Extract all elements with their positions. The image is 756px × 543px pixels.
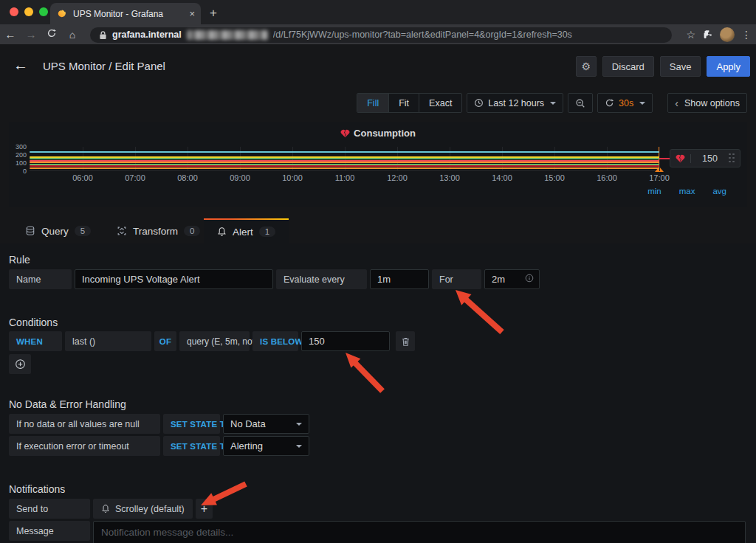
discard-button[interactable]: Discard (602, 56, 654, 77)
save-button[interactable]: Save (660, 56, 701, 77)
tab-transform[interactable]: Transform 0 (103, 218, 213, 243)
error-state-select[interactable]: Alerting (223, 436, 309, 456)
window-zoom-button[interactable] (39, 7, 48, 16)
browser-toolbar-right: ☆ ⋮ (686, 24, 752, 44)
legend-item-avg[interactable]: avg (712, 187, 726, 196)
url-bar[interactable]: grafana.internal /d/Lf75KjWWz/ups-monito… (90, 27, 672, 43)
threshold-input[interactable] (301, 331, 390, 351)
browser-tab-title: UPS Monitor - Grafana (73, 9, 183, 19)
series-line (30, 156, 659, 158)
browser-profile-avatar[interactable] (720, 27, 735, 42)
time-range-picker[interactable]: Last 12 hours (467, 93, 563, 113)
apply-button[interactable]: Apply (707, 56, 750, 77)
browser-menu-icon[interactable]: ⋮ (741, 29, 752, 41)
evaluator-dropdown[interactable]: IS BELOW (252, 331, 298, 351)
tab-query-label: Query (41, 226, 69, 237)
bell-icon (217, 226, 227, 237)
of-dropdown[interactable]: OF (154, 331, 176, 351)
when-dropdown[interactable]: WHEN (9, 331, 62, 351)
panel-settings-gear-icon[interactable]: ⚙ (576, 56, 597, 77)
browser-tab[interactable]: UPS Monitor - Grafana × (50, 3, 201, 24)
series-line (30, 151, 659, 153)
alert-heart-icon (340, 129, 350, 140)
notification-message-input[interactable] (93, 521, 746, 543)
evaluate-every-input[interactable] (370, 269, 429, 289)
threshold-line (659, 158, 670, 159)
reducer-dropdown[interactable]: last () (65, 331, 151, 351)
rule-name-input[interactable] (75, 269, 273, 289)
new-tab-button[interactable]: + (210, 6, 217, 21)
series-line (30, 164, 659, 165)
plot-area[interactable] (30, 147, 659, 171)
rule-row: Name Evaluate every For (9, 269, 540, 289)
x-tick-label: 14:00 (487, 173, 517, 182)
show-options-button[interactable]: ‹ Show options (667, 93, 747, 113)
for-label: For (432, 269, 481, 289)
url-path: /d/Lf75KjWWz/ups-monitor?tab=alert&editP… (273, 30, 572, 40)
y-axis: 3002001000 (10, 122, 27, 181)
add-notification-channel-button[interactable]: + (196, 499, 213, 519)
add-condition-button[interactable] (9, 354, 31, 374)
home-icon[interactable]: ⌂ (62, 29, 83, 41)
y-tick-label: 200 (10, 152, 27, 159)
reload-icon[interactable] (41, 28, 62, 41)
transform-icon (117, 226, 127, 236)
refresh-icon (605, 98, 614, 108)
notification-channel-tag[interactable]: Scrolley (default) (93, 499, 193, 519)
chevron-down-icon (639, 102, 645, 105)
screen: UPS Monitor - Grafana × + ← → ⌂ grafana.… (0, 0, 756, 543)
delete-condition-button[interactable] (396, 331, 415, 351)
send-to-row: Send to Scrolley (default) + (9, 499, 213, 519)
chevron-left-icon: ‹ (675, 97, 678, 109)
plus-circle-icon (15, 359, 26, 370)
bookmark-star-icon[interactable]: ☆ (686, 29, 695, 41)
legend-item-max[interactable]: max (679, 187, 695, 196)
time-range-label: Last 12 hours (488, 98, 544, 108)
exact-toggle[interactable]: Exact (419, 94, 461, 112)
set-state-to-label: SET STATE TO (163, 436, 220, 456)
forward-icon[interactable]: → (21, 28, 41, 41)
x-tick-label: 13:00 (435, 173, 464, 182)
conditions-heading: Conditions (9, 317, 58, 328)
refresh-picker[interactable]: 30s (597, 93, 653, 113)
add-condition-row (9, 354, 31, 374)
legend-item-min[interactable]: min (647, 187, 662, 196)
fill-toggle[interactable]: Fill (357, 94, 389, 112)
fit-toggle[interactable]: Fit (389, 94, 419, 112)
no-data-row: If no data or all values are null SET ST… (9, 414, 309, 434)
view-toolbar: Fill Fit Exact Last 12 hours 30s (357, 93, 747, 113)
window-close-button[interactable] (10, 7, 18, 16)
series-line (30, 167, 659, 169)
message-label: Message (9, 521, 90, 541)
lock-icon (99, 30, 107, 40)
rule-heading: Rule (9, 254, 30, 266)
series-line (30, 162, 659, 163)
error-row: If execution error or timeout SET STATE … (9, 436, 309, 456)
chart-title[interactable]: Consumption (9, 128, 747, 140)
tab-query[interactable]: Query 5 (12, 218, 104, 243)
extensions-puzzle-icon[interactable] (702, 29, 713, 40)
back-icon[interactable]: ← (0, 28, 21, 41)
tab-transform-badge: 0 (184, 226, 200, 236)
x-tick-label: 15:00 (540, 173, 569, 182)
drag-handle-icon[interactable] (729, 153, 740, 164)
rule-name-label: Name (9, 269, 72, 289)
alert-threshold-handle[interactable]: 150 (670, 149, 740, 167)
page-title: UPS Monitor / Edit Panel (43, 60, 165, 72)
y-tick-label: 100 (10, 160, 27, 167)
window-minimize-button[interactable] (24, 7, 33, 16)
show-options-label: Show options (684, 98, 740, 108)
tab-alert[interactable]: Alert 1 (204, 218, 289, 243)
no-data-state-select[interactable]: No Data (223, 414, 309, 434)
message-row: Message (9, 521, 746, 543)
clock-icon (474, 98, 484, 108)
header-actions: ⚙ Discard Save Apply (576, 56, 750, 77)
alert-form-panel: Rule Name Evaluate every For Conditions … (0, 243, 756, 543)
browser-tabstrip: UPS Monitor - Grafana × + (0, 0, 756, 24)
tab-close-icon[interactable]: × (189, 8, 195, 19)
query-part-dropdown[interactable]: query (E, 5m, now) (179, 331, 250, 351)
x-axis: 06:0007:0008:0009:0010:0011:0012:0013:00… (68, 173, 674, 182)
notifications-heading: Notifications (9, 483, 65, 495)
zoom-out-button[interactable] (568, 93, 593, 113)
back-to-dashboard-icon[interactable]: ← (13, 57, 28, 74)
